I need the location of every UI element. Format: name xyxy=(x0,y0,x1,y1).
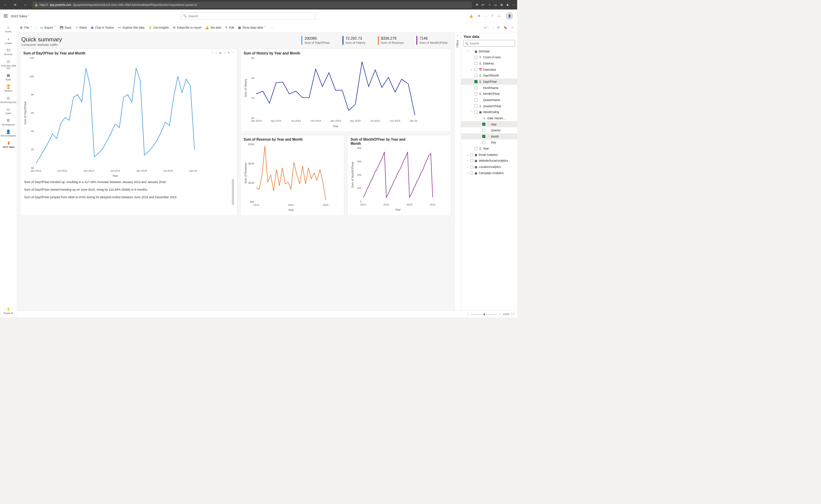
bookmark-button[interactable]: 🔖 xyxy=(504,26,507,29)
field-row[interactable]: ΣDayOfMonth xyxy=(461,72,517,79)
expand-icon[interactable]: ⇊ xyxy=(219,51,221,54)
checkbox-icon[interactable] xyxy=(470,171,473,174)
field-row[interactable]: ›▦Campaign Analytics xyxy=(461,170,517,176)
checkbox-icon[interactable] xyxy=(470,159,473,162)
checkbox-icon[interactable] xyxy=(474,68,477,71)
draw-icon[interactable]: ✎ xyxy=(228,51,230,54)
field-row[interactable]: MonthName xyxy=(461,85,517,91)
caret-icon[interactable]: › xyxy=(466,159,469,162)
field-row[interactable]: Quarter xyxy=(461,127,517,133)
field-row[interactable]: #Count of rows xyxy=(461,54,517,61)
visual-monthofyear[interactable]: Sum of MonthOfYear by Year and Month 010… xyxy=(347,135,451,216)
checkbox-icon[interactable] xyxy=(474,86,477,89)
visual-dayofyear[interactable]: Sum of DayOfYear by Year and Month ↑ ↓ ⇊… xyxy=(20,49,237,216)
save-button[interactable]: 💾Save xyxy=(60,26,71,29)
checkbox-icon[interactable] xyxy=(470,165,473,168)
drill-down-icon[interactable]: ↓ xyxy=(216,51,217,54)
nav-home[interactable]: ⌂Home xyxy=(0,24,17,34)
caret-icon[interactable]: › xyxy=(466,153,469,156)
field-row[interactable]: ˅⤷Date Hierarc… xyxy=(461,115,517,121)
favorite-icon[interactable]: ☆ xyxy=(488,3,491,6)
checkbox-icon[interactable] xyxy=(474,62,477,65)
report-name[interactable]: 2023 Sales ˅ xyxy=(11,14,30,18)
chat-teams-button[interactable]: ▣Chat in Teams xyxy=(91,26,113,29)
checkbox-icon[interactable]: ✓ xyxy=(474,80,477,83)
app-icon[interactable]: ⧉ xyxy=(476,3,478,7)
kpi-dayofyear[interactable]: 200385Sum of DayOfYear xyxy=(301,36,332,45)
checkbox-icon[interactable] xyxy=(474,104,477,108)
field-row[interactable]: QuarterName xyxy=(461,97,517,103)
feedback-icon[interactable]: ☺ xyxy=(498,14,501,18)
caret-icon[interactable]: › xyxy=(466,171,469,174)
checkbox-icon[interactable]: ✓ xyxy=(482,123,485,126)
address-bar[interactable]: 🔒 https://app.powerbi.com/groups/me/repo… xyxy=(32,1,472,8)
checkbox-icon[interactable] xyxy=(474,147,477,150)
extensions-icon[interactable]: ⊞ xyxy=(501,3,503,6)
caret-icon[interactable]: ˅ xyxy=(475,117,478,120)
caret-icon[interactable]: ˅ xyxy=(466,50,469,53)
home-button[interactable]: ⌂ xyxy=(22,2,28,8)
field-row[interactable]: ✓Month xyxy=(461,133,517,140)
search-input[interactable] xyxy=(188,14,313,18)
field-row[interactable]: ΣYear xyxy=(461,145,517,152)
datatable-button[interactable]: ▦Show data table ˅ xyxy=(238,26,266,29)
subscribe-button[interactable]: ✉Subscribe to report xyxy=(173,26,201,29)
nav-myworkspace[interactable]: 👤My workspace xyxy=(0,128,17,138)
field-row[interactable]: ✓ΣDayOfYear xyxy=(461,79,517,85)
field-row[interactable]: ›▦WebsiteSocialAnalytics xyxy=(461,158,517,164)
nav-metrics[interactable]: 🏆Metrics xyxy=(0,83,17,93)
filters-pane-collapsed[interactable]: ‹ Filters xyxy=(454,33,461,311)
checkbox-icon[interactable] xyxy=(474,92,477,95)
read-aloud-icon[interactable]: A⁺ xyxy=(482,3,485,6)
notifications-icon[interactable]: 🔔 xyxy=(469,14,473,18)
field-row[interactable]: ›📅DateValue xyxy=(461,67,517,73)
more-icon[interactable]: ⋯ xyxy=(512,3,515,6)
fork-icon[interactable]: ⑂ xyxy=(224,51,225,54)
kpi-monthofyear[interactable]: 7146Sum of MonthOfYear xyxy=(416,36,450,45)
field-row[interactable]: ✓Year xyxy=(461,121,517,128)
global-search[interactable]: 🔍 xyxy=(181,12,316,20)
visual-history[interactable]: Sum of History by Year and Month 0K2K4K6… xyxy=(240,49,451,132)
nav-create[interactable]: ＋Create xyxy=(0,35,17,46)
field-row[interactable]: ΣDateKey xyxy=(461,60,517,67)
explore-button[interactable]: 👓Explore this data xyxy=(118,26,145,29)
back-button[interactable]: ← xyxy=(2,2,8,8)
export-menu[interactable]: ↦Export ˅ xyxy=(40,26,56,29)
nav-monitoring[interactable]: ◎Monitoring hub xyxy=(0,94,17,104)
nav-powerbi[interactable]: ▮Power BI xyxy=(0,305,17,316)
field-row[interactable]: Day xyxy=(461,139,517,145)
share-button[interactable]: ↗Share xyxy=(75,26,87,29)
star-button[interactable]: ☆ xyxy=(511,26,514,29)
field-row[interactable]: ›▦Email Analytics xyxy=(461,152,517,158)
zoom-in[interactable]: + xyxy=(499,313,501,316)
nav-learn[interactable]: ▭Learn xyxy=(0,105,17,116)
settings-icon[interactable]: ⚙ xyxy=(478,14,481,18)
visual-revenue[interactable]: Sum of Revenue by Year and Month $0K$10K… xyxy=(240,135,344,216)
data-search[interactable]: 🔍 xyxy=(463,40,515,47)
field-row[interactable]: ΣQuarterOfYear xyxy=(461,103,517,109)
download-icon[interactable]: ↓ xyxy=(485,14,487,18)
copilot-icon[interactable]: ❀ xyxy=(506,3,509,6)
help-icon[interactable]: ? xyxy=(492,14,493,18)
app-launcher-icon[interactable] xyxy=(4,14,8,18)
view-mode[interactable]: ▭ ˅ xyxy=(484,26,489,29)
caret-icon[interactable]: › xyxy=(471,68,473,71)
nav-browse[interactable]: 🗀Browse xyxy=(0,47,17,57)
edit-button[interactable]: ✎Edit xyxy=(225,26,234,29)
caret-icon[interactable]: ˅ xyxy=(471,110,473,113)
field-row[interactable]: ›▦LocationAnalytics xyxy=(461,164,517,170)
alert-button[interactable]: 🔔Set alert xyxy=(205,26,221,29)
checkbox-icon[interactable] xyxy=(474,98,477,101)
checkbox-icon[interactable] xyxy=(482,129,485,132)
nav-workspaces[interactable]: ⧉Workspaces xyxy=(0,117,17,127)
nav-2023sales[interactable]: ▮2023 Sales xyxy=(0,139,17,150)
kpi-history[interactable]: 72,292.73Sum of History xyxy=(343,36,368,45)
user-avatar[interactable]: 👤 xyxy=(505,12,513,20)
insights-button[interactable]: 💡Get insights xyxy=(148,26,169,29)
caret-icon[interactable]: › xyxy=(466,165,469,168)
drill-up-icon[interactable]: ↑ xyxy=(212,51,213,54)
more-icon[interactable]: ⋯ xyxy=(232,51,235,54)
checkbox-icon[interactable]: ✓ xyxy=(482,135,485,138)
collections-icon[interactable]: ▭ xyxy=(494,3,497,6)
checkbox-icon[interactable] xyxy=(474,111,477,114)
